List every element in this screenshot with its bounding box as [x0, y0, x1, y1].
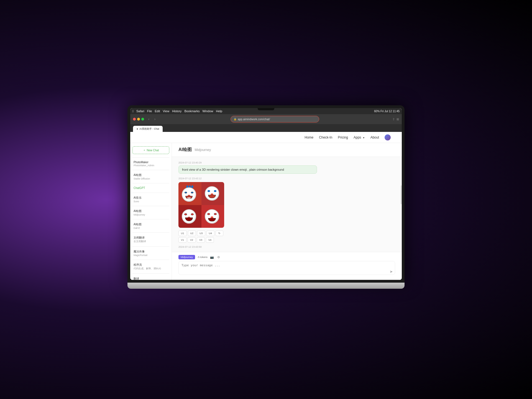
close-button[interactable]: [133, 118, 136, 121]
input-wrapper: ➤: [178, 261, 395, 276]
chat-input-area: Midjourney -5 tokens 📷 ⚙ ➤: [172, 252, 402, 280]
nav-pricing[interactable]: Pricing: [338, 135, 348, 139]
sidebar-item-chatgpt[interactable]: ChatGPT: [132, 185, 169, 191]
menu-help[interactable]: Help: [216, 109, 222, 113]
clown-image-4: [201, 205, 224, 228]
minimize-button[interactable]: [137, 118, 140, 121]
sidebar-item-music[interactable]: AI音乐 Suno: [132, 195, 169, 204]
action-buttons-row1: U1 U2 U3 U4 ↻: [178, 231, 395, 236]
refresh-button[interactable]: ↻: [216, 231, 223, 236]
main-content: ＋ New Chat PhotoMaker PhotoMaker_Admin A…: [130, 143, 402, 280]
browser-chrome: ‹ › 🔒 app.aimindwork.com/chat/ ⇧ ⊞: [130, 114, 402, 132]
user-message-1: front view of a 3D rendering sinister cl…: [178, 165, 317, 174]
settings-icon[interactable]: ⚙: [216, 255, 221, 259]
new-chat-button[interactable]: ＋ New Chat: [132, 146, 169, 154]
url-text[interactable]: app.aimindwork.com/chat/: [238, 118, 270, 121]
menu-safari[interactable]: Safari: [136, 109, 144, 113]
sidebar-item-photomaker[interactable]: PhotoMaker PhotoMaker_Admin: [132, 159, 169, 168]
token-badge: -5 tokens: [197, 256, 208, 259]
variation-v4[interactable]: V4: [206, 237, 214, 243]
sidebar-item-ai-draw-3[interactable]: AI绘图 Dall-E: [132, 221, 169, 231]
menu-history[interactable]: History: [172, 109, 181, 113]
variation-v2[interactable]: V2: [188, 237, 196, 243]
menu-bookmarks[interactable]: Bookmarks: [184, 109, 200, 113]
model-badge[interactable]: Midjourney: [178, 255, 195, 259]
clown-image-1: [178, 182, 201, 205]
input-toolbar: Midjourney -5 tokens 📷 ⚙: [178, 255, 395, 259]
menu-file[interactable]: File: [147, 109, 152, 113]
chat-input[interactable]: [178, 261, 395, 275]
image-icon[interactable]: 📷: [210, 255, 214, 259]
back-button[interactable]: ‹: [146, 117, 151, 122]
upscale-u4[interactable]: U4: [206, 231, 215, 236]
sidebar-item-translate[interactable]: 翻译: [132, 275, 169, 280]
forward-button[interactable]: ›: [152, 117, 157, 122]
scrollbar[interactable]: [401, 185, 402, 204]
generated-image-grid: [178, 182, 224, 228]
menu-window[interactable]: Window: [202, 109, 213, 113]
upscale-u2[interactable]: U2: [188, 231, 196, 236]
msg1-timestamp: 2024-07-12 23:40:29: [178, 161, 395, 164]
sidebar-item-ai-draw-2[interactable]: AI绘图 Midjourney: [132, 208, 169, 218]
sidebar-item-programmer[interactable]: 程序员 代码生成、解释、调BUG: [132, 262, 169, 272]
chat-header: AI绘图 Midjourney: [172, 143, 402, 157]
nav-apps[interactable]: Apps ▼: [354, 135, 365, 139]
lock-icon: 🔒: [234, 118, 237, 121]
plus-icon: ＋: [143, 148, 146, 152]
active-tab[interactable]: ★ AI系统助手 - Chat: [133, 126, 163, 132]
user-avatar[interactable]: [385, 134, 391, 140]
tab-label: AI系统助手 - Chat: [139, 127, 159, 131]
nav-checkin[interactable]: Check-In: [319, 135, 332, 139]
tab-favicon: ★: [136, 128, 138, 130]
maximize-button[interactable]: [141, 118, 144, 121]
sidebar-item-translate-doc[interactable]: 文档翻译 全文档翻译: [132, 234, 169, 245]
chevron-down-icon: ▼: [363, 137, 365, 139]
clown-image-2: [201, 182, 224, 205]
chat-title: AI绘图: [178, 147, 192, 152]
share-icon[interactable]: ⇧: [392, 117, 395, 121]
action-buttons-row2: V1 V2 V3 V4: [178, 237, 395, 243]
laptop-notch: [258, 108, 274, 110]
nav-about[interactable]: About: [370, 135, 379, 139]
mac-status: 60% Fri Jul 12 11:45: [374, 110, 400, 113]
traffic-lights: [133, 118, 144, 121]
chat-area: AI绘图 Midjourney 2024-07-12 23:40:29 fron…: [172, 143, 402, 280]
address-bar[interactable]: 🔒 app.aimindwork.com/chat/: [231, 116, 319, 122]
apple-icon[interactable]: : [132, 109, 134, 113]
laptop-base: [127, 283, 405, 289]
menu-view[interactable]: View: [163, 109, 169, 113]
sidebar: ＋ New Chat PhotoMaker PhotoMaker_Admin A…: [130, 143, 172, 280]
sidebar-item-ai-draw-1[interactable]: AI绘图 Stable Diffusion: [132, 172, 169, 181]
sidebar-divider: [132, 157, 169, 158]
msg2-timestamp: 2024-07-12 23:43:12: [178, 177, 395, 180]
msg3-timestamp: 2024-07-12 23:43:59: [178, 245, 395, 248]
site-nav: Home Check-In Pricing Apps ▼ About: [130, 132, 402, 143]
clown-image-3: [178, 205, 201, 228]
nav-home[interactable]: Home: [305, 135, 313, 139]
menu-edit[interactable]: Edit: [155, 109, 160, 113]
variation-v3[interactable]: V3: [197, 237, 205, 243]
upscale-u3[interactable]: U3: [197, 231, 205, 236]
sidebar-item-magic-portrait[interactable]: 魔法肖像 MagicPortrait: [132, 248, 169, 258]
upscale-u1[interactable]: U1: [178, 231, 187, 236]
send-button[interactable]: ➤: [390, 269, 393, 274]
chat-messages: 2024-07-12 23:40:29 front view of a 3D r…: [172, 157, 402, 252]
extension-icon[interactable]: ⊞: [397, 117, 399, 121]
chat-subtitle: Midjourney: [195, 148, 211, 152]
browser-tabs: ★ AI系统助手 - Chat: [130, 124, 402, 132]
variation-v1[interactable]: V1: [178, 237, 186, 243]
